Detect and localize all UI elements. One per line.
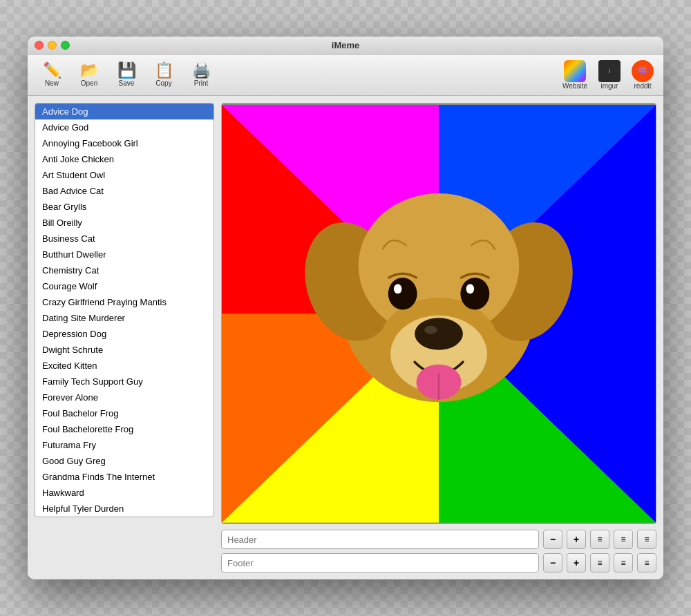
list-item[interactable]: Butthurt Dweller (35, 247, 214, 262)
save-label: Save (119, 79, 135, 87)
header-decrease-btn[interactable]: − (543, 530, 562, 549)
new-button[interactable]: ✏️ New (35, 60, 69, 90)
minimize-button[interactable] (48, 41, 57, 50)
copy-icon: 📋 (155, 63, 173, 78)
svg-point-14 (424, 325, 437, 334)
advice-dog-background (222, 104, 656, 524)
footer-align-right-btn[interactable]: ≡ (637, 553, 656, 572)
list-item[interactable]: Excited Kitten (35, 358, 214, 374)
header-align-right-btn[interactable]: ≡ (637, 530, 656, 549)
list-item[interactable]: Dating Site Murderer (35, 310, 214, 326)
website-button[interactable]: Website (560, 59, 590, 91)
footer-align-left-btn[interactable]: ≡ (590, 553, 609, 572)
footer-decrease-btn[interactable]: − (543, 553, 562, 572)
window-title: iMeme (332, 40, 359, 50)
svg-point-16 (460, 278, 489, 310)
text-controls: − + ≡ ≡ ≡ − + ≡ ≡ ≡ (221, 530, 656, 572)
list-item[interactable]: Grandma Finds The Internet (35, 469, 214, 485)
footer-control-row: − + ≡ ≡ ≡ (221, 553, 656, 572)
footer-align-center-btn[interactable]: ≡ (614, 553, 633, 572)
list-item[interactable]: Art Student Owl (35, 167, 214, 183)
header-align-center-btn[interactable]: ≡ (614, 530, 633, 549)
reddit-icon: 👾 (632, 60, 654, 82)
copy-label: Copy (155, 79, 171, 87)
list-item[interactable]: Crazy Girlfriend Praying Mantis (35, 294, 214, 310)
main-content: Advice DogAdvice GodAnnoying Facebook Gi… (28, 96, 663, 580)
print-icon: 🖨️ (192, 63, 211, 78)
list-item[interactable]: Chemistry Cat (35, 262, 214, 278)
svg-point-18 (466, 284, 475, 293)
imgur-icon: i (598, 60, 621, 82)
list-item[interactable]: Depression Dog (35, 326, 214, 342)
list-item[interactable]: Foul Bachelorette Frog (35, 421, 214, 437)
print-label: Print (194, 79, 209, 87)
list-item[interactable]: Good Guy Greg (35, 453, 214, 469)
header-align-left-btn[interactable]: ≡ (590, 530, 609, 549)
list-item[interactable]: Advice God (35, 119, 214, 135)
toolbar: ✏️ New 📂 Open 💾 Save 📋 Copy 🖨️ Print (28, 55, 663, 96)
list-item[interactable]: Bad Advice Cat (35, 183, 214, 199)
list-item[interactable]: Advice Dog (35, 104, 214, 119)
website-icon (564, 60, 586, 82)
list-item[interactable]: Forever Alone (35, 389, 214, 405)
new-label: New (45, 79, 59, 87)
new-icon: ✏️ (43, 63, 61, 78)
svg-point-13 (415, 318, 463, 350)
list-item[interactable]: Bill Oreilly (35, 215, 214, 231)
list-item[interactable]: Family Tech Support Guy (35, 374, 214, 389)
list-item[interactable]: Bear Grylls (35, 199, 214, 215)
svg-point-17 (394, 284, 402, 293)
list-item[interactable]: Courage Wolf (35, 278, 214, 294)
close-button[interactable] (35, 41, 44, 50)
footer-increase-btn[interactable]: + (567, 553, 586, 572)
main-window: iMeme ✏️ New 📂 Open 💾 Save 📋 Copy 🖨️ P (28, 37, 663, 580)
svg-point-15 (388, 278, 417, 310)
header-increase-btn[interactable]: + (567, 530, 586, 549)
save-button[interactable]: 💾 Save (109, 60, 144, 90)
image-section: − + ≡ ≡ ≡ − + ≡ ≡ ≡ (221, 103, 656, 573)
imgur-label: imgur (600, 82, 618, 90)
list-item[interactable]: Anti Joke Chicken (35, 151, 214, 167)
list-item[interactable]: Foul Bachelor Frog (35, 405, 214, 421)
website-label: Website (562, 82, 587, 90)
list-item[interactable]: Dwight Schrute (35, 342, 214, 358)
list-item[interactable]: Helpful Tyler Durden (35, 501, 214, 517)
toolbar-left: ✏️ New 📂 Open 💾 Save 📋 Copy 🖨️ Print (35, 60, 218, 90)
meme-image-area (221, 103, 656, 525)
list-item[interactable]: Business Cat (35, 231, 214, 247)
open-button[interactable]: 📂 Open (72, 60, 106, 90)
open-icon: 📂 (80, 63, 99, 78)
print-button[interactable]: 🖨️ Print (184, 60, 218, 90)
reddit-button[interactable]: 👾 reddit (629, 59, 656, 91)
open-label: Open (81, 79, 97, 87)
list-item[interactable]: Annoying Facebook Girl (35, 135, 214, 151)
traffic-lights (35, 41, 70, 50)
meme-list[interactable]: Advice DogAdvice GodAnnoying Facebook Gi… (35, 103, 214, 517)
advice-dog-svg (222, 104, 656, 524)
list-item[interactable]: Hawkward (35, 485, 214, 501)
footer-input[interactable] (221, 553, 539, 572)
header-input[interactable] (221, 530, 539, 549)
list-item[interactable]: Futurama Fry (35, 437, 214, 453)
title-bar: iMeme (28, 37, 663, 55)
reddit-label: reddit (634, 82, 651, 90)
save-icon: 💾 (117, 63, 136, 78)
maximize-button[interactable] (61, 41, 70, 50)
header-control-row: − + ≡ ≡ ≡ (221, 530, 656, 549)
copy-button[interactable]: 📋 Copy (146, 60, 181, 90)
imgur-button[interactable]: i imgur (596, 59, 623, 91)
toolbar-right: Website i imgur 👾 reddit (560, 59, 656, 91)
